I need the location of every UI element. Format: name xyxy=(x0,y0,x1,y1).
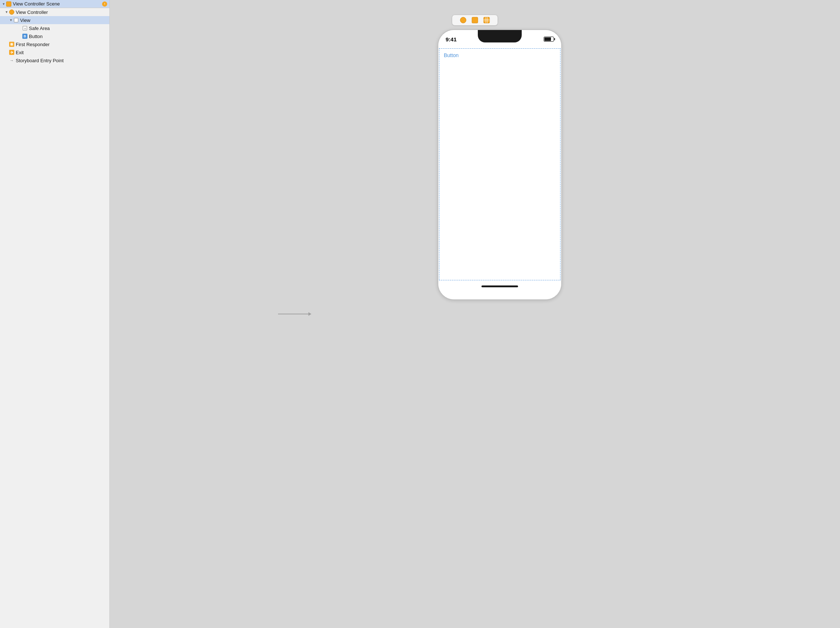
fr-square-icon xyxy=(9,42,14,47)
sep-disclosure xyxy=(5,58,9,63)
iphone-battery xyxy=(544,36,554,42)
scene-header-row[interactable]: ▼ View Controller Scene ! xyxy=(0,0,109,8)
button-disclosure xyxy=(17,34,22,38)
safe-area-row[interactable]: ⊞ Safe Area xyxy=(0,24,109,32)
scene-disclosure[interactable]: ▼ xyxy=(2,2,6,6)
iphone-status-bar: 9:41 xyxy=(438,30,561,48)
iphone-home-indicator xyxy=(438,280,561,292)
exit-disclosure xyxy=(5,50,9,55)
safe-area-icon: ⊞ xyxy=(22,25,28,31)
scene-header-label: View Controller Scene xyxy=(13,1,60,6)
view-square-icon xyxy=(14,18,18,22)
view-controller-label: View Controller xyxy=(16,9,48,15)
iphone-content-area[interactable]: Button xyxy=(439,48,561,280)
scene-badge: ! xyxy=(102,2,107,6)
iphone-battery-fill xyxy=(545,37,551,41)
vc-orange-circle-icon xyxy=(9,9,14,15)
safe-area-label: Safe Area xyxy=(29,25,50,31)
entry-arrow-line xyxy=(278,314,311,314)
storyboard-entry-icon: → xyxy=(9,57,15,63)
canvas-toolbar xyxy=(452,15,498,25)
button-row[interactable]: B Button xyxy=(0,32,109,40)
scene-icon xyxy=(6,1,12,7)
canvas: 9:41 Button xyxy=(110,0,840,628)
exit-label: Exit xyxy=(16,50,24,55)
vc-icon xyxy=(9,9,15,15)
view-row[interactable]: ▼ View xyxy=(0,16,109,24)
view-label: View xyxy=(20,17,30,23)
fr-disclosure xyxy=(5,42,9,46)
button-label: Button xyxy=(29,34,43,39)
view-icon xyxy=(13,17,19,23)
vc-disclosure[interactable]: ▼ xyxy=(5,10,9,14)
first-responder-icon xyxy=(9,41,15,47)
entry-point-arrow xyxy=(278,314,311,314)
first-responder-row[interactable]: First Responder xyxy=(0,40,109,48)
safe-area-disclosure xyxy=(17,26,22,30)
storyboard-entry-label: Storyboard Entry Point xyxy=(16,58,64,63)
home-bar xyxy=(482,285,518,287)
exit-square-icon xyxy=(9,50,14,55)
safe-area-square-icon: ⊞ xyxy=(23,26,27,30)
storyboard-entry-row[interactable]: → Storyboard Entry Point xyxy=(0,56,109,65)
sidebar: ▼ View Controller Scene ! ▼ View Control… xyxy=(0,0,110,628)
button-b-icon: B xyxy=(22,34,27,39)
toolbar-icon-3[interactable] xyxy=(483,16,490,24)
scene-yellow-square-icon xyxy=(6,2,11,6)
button-icon: B xyxy=(22,33,28,39)
iphone-mockup: 9:41 Button xyxy=(437,29,562,300)
view-controller-row[interactable]: ▼ View Controller xyxy=(0,8,109,16)
iphone-notch xyxy=(478,30,522,43)
iphone-bottom xyxy=(438,292,561,299)
canvas-button[interactable]: Button xyxy=(444,52,458,58)
toolbar-icon-1[interactable] xyxy=(459,16,467,24)
toolbar-icon-2[interactable] xyxy=(471,16,478,24)
exit-row[interactable]: Exit xyxy=(0,48,109,56)
svg-rect-3 xyxy=(484,17,489,23)
view-disclosure[interactable]: ▼ xyxy=(9,18,13,22)
first-responder-label: First Responder xyxy=(16,42,49,47)
svg-rect-2 xyxy=(472,17,478,23)
iphone-time: 9:41 xyxy=(445,36,456,43)
svg-point-1 xyxy=(460,17,466,23)
exit-icon xyxy=(9,49,15,55)
